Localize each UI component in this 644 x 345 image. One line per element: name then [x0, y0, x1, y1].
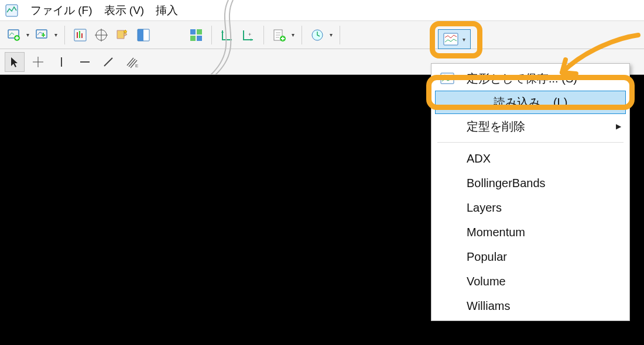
periodicity-button[interactable] [308, 26, 327, 44]
menu-delete-label: 定型を削除 [467, 119, 525, 134]
cursor-tool[interactable] [5, 52, 25, 72]
template-item-bollinger[interactable]: BollingerBands [431, 171, 629, 195]
separator [211, 26, 212, 44]
template-icon [440, 71, 455, 86]
template-item-layers[interactable]: Layers [431, 195, 629, 220]
axis-right-button[interactable]: + [239, 26, 258, 44]
svg-rect-21 [444, 33, 458, 45]
svg-rect-6 [79, 31, 80, 38]
menu-load-label: 読み込み... (L) [494, 95, 568, 111]
svg-text:+: + [248, 32, 251, 37]
autoscroll-button[interactable] [71, 26, 90, 44]
svg-rect-5 [77, 32, 78, 38]
template-item-popular[interactable]: Popular [431, 244, 629, 269]
svg-rect-13 [197, 29, 202, 34]
separator [302, 26, 302, 44]
trendline-tool[interactable] [98, 52, 118, 72]
svg-rect-7 [81, 33, 83, 38]
separator [340, 26, 340, 44]
horizontal-line-tool[interactable] [75, 52, 95, 72]
template-item-adx[interactable]: ADX [431, 146, 629, 171]
menu-load-template[interactable]: 読み込み... (L) [435, 91, 626, 114]
crosshair-button[interactable] [92, 26, 111, 44]
svg-rect-15 [197, 36, 202, 41]
svg-rect-12 [190, 29, 196, 34]
template-item-momentum[interactable]: Momentum [431, 220, 629, 244]
template-menu: 定形として保存... (S) 読み込み... (L) 定型を削除 ▶ ADX B… [431, 63, 630, 321]
template-item-williams[interactable]: Williams [431, 294, 629, 318]
menu-save-template[interactable]: 定形として保存... (S) [431, 66, 629, 91]
template-dropdown-button[interactable] [438, 29, 471, 49]
svg-rect-3 [36, 30, 47, 38]
menu-file[interactable]: ファイル (F) [30, 3, 93, 18]
vertical-line-tool[interactable] [52, 52, 71, 72]
toolbar: + [0, 21, 644, 49]
docking-button[interactable] [134, 26, 153, 44]
chart-shift-button[interactable] [33, 26, 52, 44]
equidistant-channel-tool[interactable]: E [122, 52, 142, 72]
separator [64, 26, 65, 44]
svg-rect-14 [190, 36, 196, 41]
menu-delete-template[interactable]: 定型を削除 ▶ [431, 114, 629, 139]
menu-save-label: 定形として保存... (S) [467, 71, 577, 87]
template-item-volume[interactable]: Volume [431, 269, 629, 294]
favorites-button[interactable] [113, 26, 132, 44]
submenu-arrow-icon: ▶ [616, 122, 621, 130]
menu-view[interactable]: 表示 (V) [104, 3, 145, 18]
svg-text:E: E [135, 63, 138, 68]
svg-rect-10 [143, 29, 149, 41]
axis-left-button[interactable] [218, 26, 237, 44]
menu-insert[interactable]: 挿入 [156, 3, 178, 18]
menubar: ファイル (F) 表示 (V) 挿入 [0, 0, 644, 21]
tile-windows-button[interactable] [187, 26, 205, 44]
svg-rect-22 [441, 73, 454, 84]
app-icon [5, 4, 19, 18]
separator [263, 26, 264, 44]
menu-separator [437, 142, 624, 143]
crosshair-tool[interactable] [28, 52, 48, 72]
add-indicator-button[interactable] [270, 26, 289, 44]
new-chart-button[interactable] [5, 26, 23, 44]
